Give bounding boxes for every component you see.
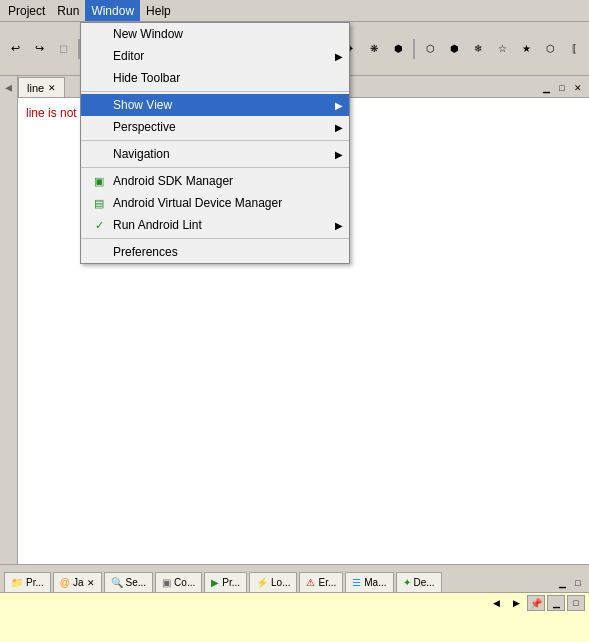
menu-window[interactable]: Window xyxy=(85,0,140,21)
bottom-tab-ma[interactable]: ☰ Ma... xyxy=(345,572,393,592)
toolbar-icon-l[interactable]: ⟦ xyxy=(563,38,585,60)
bottom-tab-se[interactable]: 🔍 Se... xyxy=(104,572,154,592)
toolbar-sep-4 xyxy=(413,39,415,59)
toolbar-icon-f[interactable]: ⬡ xyxy=(419,38,441,60)
menu-separator-3 xyxy=(81,167,349,168)
lint-arrow-icon: ▶ xyxy=(335,220,343,231)
bottom-tab-bar: 📁 Pr... @ Ja ✕ 🔍 Se... ▣ Co... ▶ Pr... ⚡… xyxy=(0,564,589,592)
bottom-minimize-btn[interactable]: ▁ xyxy=(555,576,569,590)
toolbar-icon-i[interactable]: ☆ xyxy=(491,38,513,60)
panel-maximize-btn[interactable]: □ xyxy=(567,595,585,611)
co-icon: ▣ xyxy=(162,577,171,588)
menu-item-editor[interactable]: Editor ▶ xyxy=(81,45,349,67)
menu-item-hide-toolbar[interactable]: Hide Toolbar xyxy=(81,67,349,89)
menu-item-perspective[interactable]: Perspective ▶ xyxy=(81,116,349,138)
editor-tab-line[interactable]: line ✕ xyxy=(18,77,65,97)
bottom-tab-er[interactable]: ⚠ Er... xyxy=(299,572,343,592)
android-sdk-icon: ▣ xyxy=(89,173,109,189)
editor-icon xyxy=(89,48,109,64)
bottom-tab-pr1[interactable]: 📁 Pr... xyxy=(4,572,51,592)
show-view-arrow-icon: ▶ xyxy=(335,100,343,111)
toolbar-icon-h[interactable]: ❄ xyxy=(467,38,489,60)
ja-close-icon[interactable]: ✕ xyxy=(87,578,95,588)
bottom-panel-nav: ◀ ▶ 📌 ▁ □ xyxy=(487,595,585,611)
bottom-panel: ◀ ▶ 📌 ▁ □ xyxy=(0,592,589,642)
menu-item-android-sdk[interactable]: ▣ Android SDK Manager xyxy=(81,170,349,192)
editor-arrow-icon: ▶ xyxy=(335,51,343,62)
perspective-icon xyxy=(89,119,109,135)
menu-bar: Project Run Window Help xyxy=(0,0,589,22)
toolbar-btn-1[interactable]: ↩ xyxy=(4,38,26,60)
navigation-arrow-icon: ▶ xyxy=(335,149,343,160)
editor-close-btn[interactable]: ✕ xyxy=(571,81,585,95)
editor-tab-controls: ▁ □ ✕ xyxy=(535,79,589,97)
er-icon: ⚠ xyxy=(306,577,315,588)
toolbar-btn-3[interactable]: ◻ xyxy=(52,38,74,60)
left-sidebar: ▶ xyxy=(0,76,18,564)
nav-forward-btn[interactable]: ▶ xyxy=(507,595,525,611)
menu-separator-1 xyxy=(81,91,349,92)
bottom-tab-de[interactable]: ✦ De... xyxy=(396,572,442,592)
bottom-tab-lo[interactable]: ⚡ Lo... xyxy=(249,572,297,592)
run-android-lint-icon: ✓ xyxy=(89,217,109,233)
menu-help[interactable]: Help xyxy=(140,0,177,21)
sidebar-indicator: ▶ xyxy=(4,84,14,94)
nav-back-btn[interactable]: ◀ xyxy=(487,595,505,611)
hide-toolbar-icon xyxy=(89,70,109,86)
pr1-icon: 📁 xyxy=(11,577,23,588)
preferences-icon xyxy=(89,244,109,260)
toolbar-btn-2[interactable]: ↪ xyxy=(28,38,50,60)
bottom-tab-co[interactable]: ▣ Co... xyxy=(155,572,202,592)
menu-item-show-view[interactable]: Show View ▶ xyxy=(81,94,349,116)
ja-icon: @ xyxy=(60,577,70,588)
menu-item-run-android-lint[interactable]: ✓ Run Android Lint ▶ xyxy=(81,214,349,236)
android-virtual-icon: ▤ xyxy=(89,195,109,211)
window-dropdown-menu: New Window Editor ▶ Hide Toolbar Show Vi… xyxy=(80,22,350,264)
perspective-arrow-icon: ▶ xyxy=(335,122,343,133)
menu-item-navigation[interactable]: Navigation ▶ xyxy=(81,143,349,165)
navigation-icon xyxy=(89,146,109,162)
toolbar-icon-e[interactable]: ⬢ xyxy=(387,38,409,60)
editor-maximize-btn[interactable]: □ xyxy=(555,81,569,95)
menu-project[interactable]: Project xyxy=(2,0,51,21)
editor-minimize-btn[interactable]: ▁ xyxy=(539,81,553,95)
tab-close-icon[interactable]: ✕ xyxy=(48,83,56,93)
toolbar-icon-j[interactable]: ★ xyxy=(515,38,537,60)
menu-separator-2 xyxy=(81,140,349,141)
toolbar-icon-d[interactable]: ❋ xyxy=(363,38,385,60)
menu-item-preferences[interactable]: Preferences xyxy=(81,241,349,263)
bottom-maximize-btn[interactable]: □ xyxy=(571,576,585,590)
pr2-icon: ▶ xyxy=(211,577,219,588)
panel-minimize-btn[interactable]: ▁ xyxy=(547,595,565,611)
menu-separator-4 xyxy=(81,238,349,239)
bottom-tab-pr2[interactable]: ▶ Pr... xyxy=(204,572,247,592)
bottom-bar-controls: ▁ □ xyxy=(555,576,585,592)
menu-item-android-virtual[interactable]: ▤ Android Virtual Device Manager xyxy=(81,192,349,214)
de-icon: ✦ xyxy=(403,577,411,588)
bottom-tab-ja[interactable]: @ Ja ✕ xyxy=(53,572,102,592)
ma-icon: ☰ xyxy=(352,577,361,588)
new-window-icon xyxy=(89,26,109,42)
toolbar-icon-g[interactable]: ⬢ xyxy=(443,38,465,60)
toolbar-icon-k[interactable]: ⬡ xyxy=(539,38,561,60)
menu-run[interactable]: Run xyxy=(51,0,85,21)
pin-btn[interactable]: 📌 xyxy=(527,595,545,611)
menu-item-new-window[interactable]: New Window xyxy=(81,23,349,45)
se-icon: 🔍 xyxy=(111,577,123,588)
show-view-icon xyxy=(89,97,109,113)
lo-icon: ⚡ xyxy=(256,577,268,588)
